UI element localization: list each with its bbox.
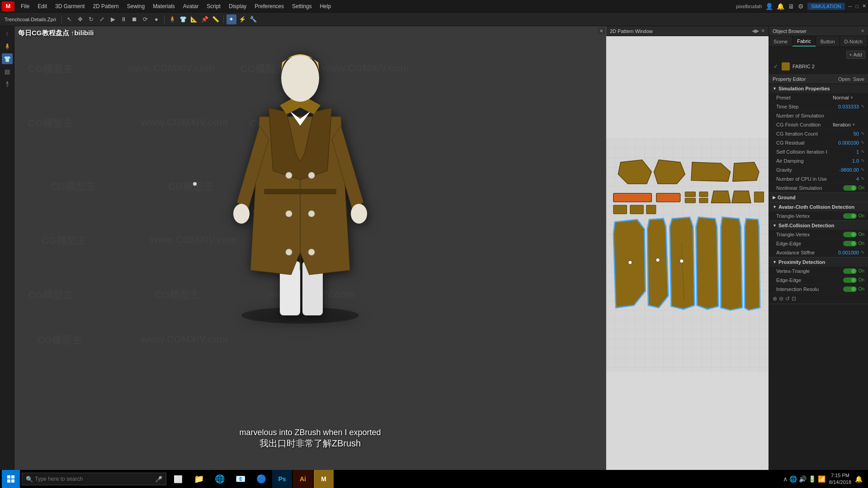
taskbar-icon-photoshop[interactable]: Ps (272, 470, 292, 488)
pe-value-airdamp[interactable]: 1.0 (827, 158, 859, 164)
proximity-header[interactable]: ▼ Proximity Detection (769, 258, 868, 267)
tab-fabric[interactable]: Fabric (793, 36, 816, 47)
vertex-triangle-toggle[interactable] (843, 268, 857, 274)
menu-help[interactable]: Help (316, 2, 335, 10)
pe-edit-gravity[interactable]: ✎ (861, 167, 864, 172)
menu-script[interactable]: Script (203, 2, 224, 10)
icon-settings2[interactable]: ⚙ (798, 3, 804, 10)
tri-vertex-self-toggle[interactable] (843, 232, 857, 237)
self-collision-header[interactable]: ▼ Self-Collision Detection (769, 221, 868, 230)
sidebar-btn-pattern[interactable]: ▤ (2, 66, 13, 77)
pe-toggle-edge-edge-prox[interactable]: On (843, 277, 864, 283)
tool-move[interactable]: ✥ (75, 14, 85, 24)
tool-avatar[interactable]: 🧍 (167, 14, 177, 24)
avatar-cloth-header[interactable]: ▼ Avatar-Cloth Collision Detection (769, 202, 868, 211)
viewport-3d-close[interactable]: ✕ (598, 27, 605, 34)
icon-minimize[interactable]: ─ (849, 4, 852, 9)
tool-rotate[interactable]: ↻ (86, 14, 96, 24)
edge-edge-self-toggle[interactable] (843, 241, 857, 246)
system-clock[interactable]: 7:15 PM 8/14/2018 (829, 472, 851, 486)
tab-dnotch[interactable]: D-Notch (840, 36, 868, 47)
tray-battery[interactable]: 🔋 (808, 475, 816, 483)
sidebar-btn-garment[interactable]: 👕 (2, 53, 13, 64)
menu-3d-garment[interactable]: 3D Garment (52, 2, 88, 10)
pe-icon-1[interactable]: ⊕ (773, 296, 777, 302)
start-button[interactable] (2, 470, 20, 488)
tool-active[interactable]: ✦ (226, 14, 236, 24)
intersection-resol-toggle[interactable] (843, 286, 857, 292)
pe-toggle-edge-edge-self[interactable]: On (843, 241, 864, 246)
menu-sewing[interactable]: Sewing (123, 2, 148, 10)
tool-scale[interactable]: ⤢ (97, 14, 107, 24)
tool-play[interactable]: ▶ (108, 14, 118, 24)
pe-value-gravity[interactable]: -9800.00 (827, 167, 859, 173)
menu-materials[interactable]: Materials (149, 2, 179, 10)
pe-save[interactable]: Save (853, 76, 864, 82)
taskbar-icon-explorer[interactable]: 📁 (189, 470, 209, 488)
menu-edit[interactable]: Edit (34, 2, 51, 10)
taskbar-search[interactable]: 🔍 🎤 (22, 473, 166, 485)
pe-value-cgresid[interactable]: 0.000100 (827, 140, 859, 145)
sidebar-btn-avatar[interactable]: 🧍 (2, 41, 13, 52)
mic-icon[interactable]: 🎤 (155, 476, 162, 483)
pe-value-preset[interactable]: Normal ▼ (833, 95, 864, 100)
tool-pause[interactable]: ⏸ (119, 14, 129, 24)
pe-edit-cgiter[interactable]: ✎ (861, 131, 864, 136)
tool-garment[interactable]: 👕 (178, 14, 188, 24)
pe-edit-timestep[interactable]: ✎ (861, 104, 864, 109)
menu-settings[interactable]: Settings (288, 2, 315, 10)
menu-preferences[interactable]: Preferences (251, 2, 288, 10)
taskbar-icon-marvelous[interactable]: M (314, 470, 334, 488)
sim-properties-header[interactable]: ▼ Simulation Properties (769, 84, 868, 93)
icon-maximize[interactable]: □ (855, 4, 859, 9)
pe-value-avoidance[interactable]: 0.001000 (827, 250, 859, 255)
edge-edge-prox-toggle[interactable] (843, 277, 857, 283)
pe-icon-4[interactable]: ⊡ (792, 296, 796, 302)
tool-pin[interactable]: 📌 (200, 14, 210, 24)
viewport-2d[interactable]: 2D Pattern Window ◀▶ ✕ (606, 26, 769, 474)
pe-toggle-tri-vertex-self[interactable]: On (843, 232, 864, 237)
ground-section-header[interactable]: ▶ Ground (769, 193, 868, 202)
pe-edit-cgresid[interactable]: ✎ (861, 140, 864, 145)
viewport-2d-arrows[interactable]: ◀▶ (752, 28, 759, 34)
tab-scene[interactable]: Scene (769, 36, 793, 47)
menu-2d-pattern[interactable]: 2D Pattern (89, 2, 122, 10)
add-fabric-button[interactable]: + Add (846, 51, 865, 59)
tool-extra2[interactable]: 🔧 (248, 14, 258, 24)
pe-value-cgfinish[interactable]: Iteration ▼ (833, 122, 864, 127)
tool-reset[interactable]: ⟳ (141, 14, 151, 24)
pe-edit-selfcolliter[interactable]: ✎ (861, 149, 864, 154)
icon-close[interactable]: ✕ (862, 3, 866, 9)
tray-volume[interactable]: 🔊 (799, 475, 807, 483)
taskbar-icon-mail[interactable]: 📧 (231, 470, 250, 488)
pe-icon-3[interactable]: ↺ (785, 296, 790, 302)
tool-extra1[interactable]: ⚡ (237, 14, 247, 24)
pe-edit-airdamp[interactable]: ✎ (861, 158, 864, 163)
tool-stop[interactable]: ⏹ (130, 14, 140, 24)
taskbar-icon-edge[interactable]: 🌐 (210, 470, 230, 488)
tool-pattern[interactable]: 📐 (189, 14, 199, 24)
fabric-row[interactable]: ✓ FABRIC 2 (771, 61, 866, 72)
tray-network[interactable]: 🌐 (789, 475, 797, 483)
pe-toggle-nonlinear[interactable]: On (843, 185, 864, 191)
pe-value-cpu[interactable]: 4 (827, 176, 859, 182)
pe-value-timestep[interactable]: 0.033333 (827, 104, 859, 109)
nonlinear-toggle-switch[interactable] (843, 185, 857, 191)
menu-avatar[interactable]: Avatar (179, 2, 202, 10)
pe-toggle-vertex-triangle[interactable]: On (843, 268, 864, 274)
icon-user[interactable]: 👤 (765, 3, 773, 10)
pe-toggle-intersection-resol[interactable]: On (843, 286, 864, 292)
tab-button[interactable]: Button (816, 36, 840, 47)
tool-measure[interactable]: 📏 (211, 14, 221, 24)
pe-edit-avoidance[interactable]: ✎ (861, 250, 864, 255)
viewport-2d-close[interactable]: ✕ (761, 28, 765, 34)
pe-edit-cpu[interactable]: ✎ (861, 176, 864, 181)
taskbar-icon-illustrator[interactable]: Ai (293, 470, 313, 488)
taskbar-icon-task-view[interactable]: ⬜ (168, 470, 188, 488)
tool-record[interactable]: ● (151, 14, 161, 24)
search-input[interactable] (35, 476, 153, 482)
pe-value-cgiter[interactable]: 50 (827, 131, 859, 136)
menu-display[interactable]: Display (225, 2, 250, 10)
tray-up-arrow[interactable]: ∧ (783, 475, 788, 483)
pe-toggle-tri-vertex-avatar[interactable]: On (843, 213, 864, 219)
